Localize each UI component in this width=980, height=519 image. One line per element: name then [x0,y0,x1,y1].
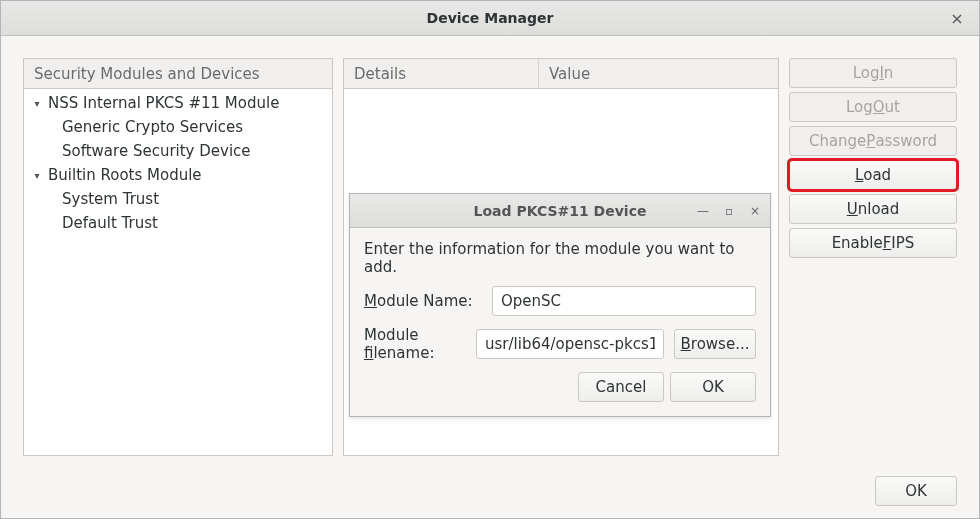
maximize-icon[interactable]: ▫ [722,204,736,218]
titlebar: Device Manager × [1,1,979,36]
module-name-row: Module Name: [364,286,756,316]
details-header-name[interactable]: Details [344,59,539,88]
close-icon[interactable]: × [945,1,969,36]
tree-item-label: Default Trust [62,214,158,232]
logout-button[interactable]: Log Out [789,92,957,122]
tree-item-label: Builtin Roots Module [48,166,202,184]
tree-item-software-security[interactable]: Software Security Device [24,139,332,163]
tree-header[interactable]: Security Modules and Devices [24,59,332,88]
minimize-icon[interactable]: — [696,204,710,218]
tree-item-builtin-roots[interactable]: ▾ Builtin Roots Module [24,163,332,187]
tree-header-row: Security Modules and Devices [24,59,332,89]
chevron-down-icon[interactable]: ▾ [30,170,44,181]
dialog-body: Enter the information for the module you… [350,228,770,416]
tree-item-system-trust[interactable]: System Trust [24,187,332,211]
module-name-input[interactable] [492,286,756,316]
dialog-instruction: Enter the information for the module you… [364,240,756,276]
tree-item-nss-module[interactable]: ▾ NSS Internal PKCS #11 Module [24,91,332,115]
dialog-titlebar: Load PKCS#11 Device — ▫ × [350,194,770,228]
enable-fips-button[interactable]: Enable FIPS [789,228,957,258]
dialog-ok-button[interactable]: OK [670,372,756,402]
tree-item-generic-crypto[interactable]: Generic Crypto Services [24,115,332,139]
close-icon[interactable]: × [748,204,762,218]
dialog-window-controls: — ▫ × [696,194,762,228]
side-buttons: Log In Log Out Change Password Load Unlo… [789,58,957,456]
window-title: Device Manager [427,10,554,26]
browse-button[interactable]: Browse... [674,329,756,359]
module-name-label: Module Name: [364,292,482,310]
device-manager-window: Device Manager × Security Modules and De… [0,0,980,519]
tree-item-label: Generic Crypto Services [62,118,243,136]
modules-tree: Security Modules and Devices ▾ NSS Inter… [23,58,333,456]
cancel-button[interactable]: Cancel [578,372,664,402]
ok-button[interactable]: OK [875,476,957,506]
chevron-down-icon[interactable]: ▾ [30,98,44,109]
details-header-value[interactable]: Value [539,59,778,88]
tree-body: ▾ NSS Internal PKCS #11 Module Generic C… [24,89,332,455]
load-button[interactable]: Load [789,160,957,190]
unload-button[interactable]: Unload [789,194,957,224]
tree-item-label: Software Security Device [62,142,251,160]
module-filename-input[interactable] [476,329,664,359]
footer: OK [875,476,957,506]
change-password-button[interactable]: Change Password [789,126,957,156]
details-header-row: Details Value [344,59,778,89]
module-filename-row: Module filename: Browse... [364,326,756,362]
login-button[interactable]: Log In [789,58,957,88]
tree-item-label: System Trust [62,190,159,208]
module-filename-label: Module filename: [364,326,466,362]
load-pkcs11-dialog: Load PKCS#11 Device — ▫ × Enter the info… [349,193,771,417]
tree-item-default-trust[interactable]: Default Trust [24,211,332,235]
tree-item-label: NSS Internal PKCS #11 Module [48,94,279,112]
dialog-actions: Cancel OK [364,372,756,402]
